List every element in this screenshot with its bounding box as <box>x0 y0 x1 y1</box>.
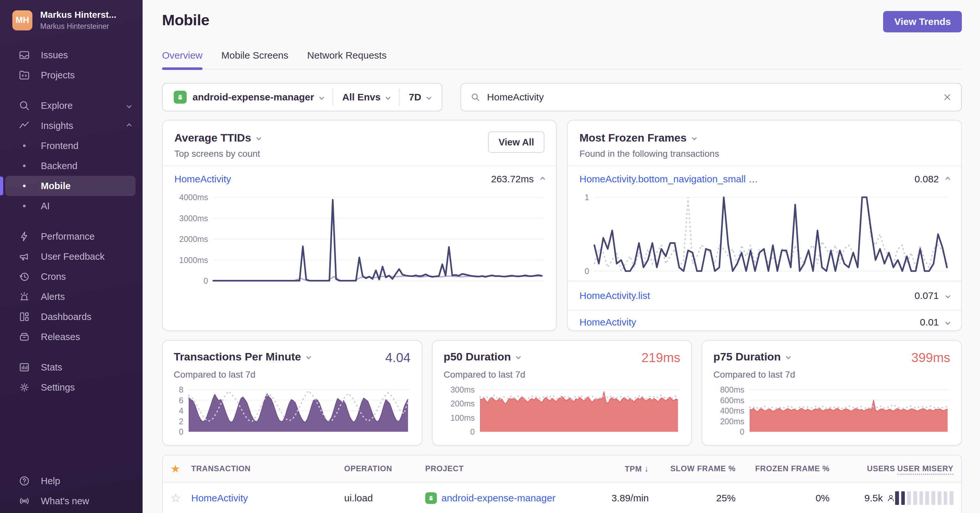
avatar[interactable]: MH <box>12 10 32 30</box>
sidebar-item-backend[interactable]: Backend <box>0 156 143 176</box>
column-header-user-misery[interactable]: USER MISERY <box>895 464 953 473</box>
sidebar-item-frontend[interactable]: Frontend <box>0 136 143 156</box>
sidebar-item-releases[interactable]: Releases <box>0 327 143 347</box>
environment-selector[interactable]: All Envs <box>333 92 399 103</box>
sidebar-item-settings[interactable]: Settings <box>0 377 143 397</box>
main-content: Mobile View Trends Overview Mobile Scree… <box>143 0 980 513</box>
chevron-down-icon[interactable] <box>256 135 261 141</box>
chevron-down-icon <box>319 95 325 100</box>
column-header-project[interactable]: PROJECT <box>425 464 579 473</box>
sidebar-item-label: Mobile <box>41 181 71 191</box>
sidebar-item-explore[interactable]: Explore <box>0 95 143 116</box>
sidebar-item-alerts[interactable]: Alerts <box>0 287 143 307</box>
column-header-tpm[interactable]: TPM ↓ <box>579 464 649 474</box>
sidebar-item-ai[interactable]: AI <box>0 196 143 216</box>
transaction-cell[interactable]: HomeActivity <box>191 492 344 503</box>
svg-text:2000ms: 2000ms <box>179 235 208 243</box>
active-nav-indicator <box>0 176 3 195</box>
screen-value: 263.72ms <box>491 173 534 184</box>
sidebar-item-insights[interactable]: Insights <box>0 116 143 136</box>
tab-label: Overview <box>162 50 202 60</box>
transactions-table: ★ TRANSACTION OPERATION PROJECT TPM ↓ SL… <box>162 455 962 513</box>
screen-link[interactable]: HomeActivity <box>174 173 231 184</box>
svg-text:0: 0 <box>470 427 475 436</box>
column-header-operation[interactable]: OPERATION <box>344 464 425 473</box>
chevron-up-icon <box>127 123 132 128</box>
sidebar-item-help[interactable]: Help <box>0 471 143 491</box>
gear-icon <box>18 381 30 394</box>
column-header-slow-frame[interactable]: SLOW FRAME % <box>649 464 736 473</box>
column-header-transaction[interactable]: TRANSACTION <box>191 464 344 473</box>
card-title: p50 Duration <box>444 350 511 363</box>
chevron-down-icon[interactable] <box>786 354 791 359</box>
misery-bar <box>944 491 948 505</box>
column-label: USER MISERY <box>897 464 953 475</box>
card-title: Most Frozen Frames <box>579 132 687 144</box>
chevron-up-icon[interactable] <box>540 176 546 182</box>
cards-row-2: Transactions Per Minute 4.04 Compared to… <box>162 340 962 446</box>
bullet-icon <box>18 205 30 207</box>
search-input[interactable]: HomeActivity <box>460 83 962 111</box>
average-ttids-card: Average TTIDs Top screens by count View … <box>162 120 557 331</box>
svg-text:0: 0 <box>585 267 589 276</box>
transaction-link[interactable]: HomeActivity.list <box>579 290 650 301</box>
cards-row-1: Average TTIDs Top screens by count View … <box>162 120 962 331</box>
clear-search-icon[interactable] <box>942 92 952 102</box>
column-header-users[interactable]: USERS <box>830 464 895 473</box>
metric-value: 4.04 <box>385 350 410 365</box>
sidebar-item-issues[interactable]: Issues <box>0 45 143 65</box>
view-all-button[interactable]: View All <box>488 132 544 153</box>
transaction-link[interactable]: HomeActivity <box>579 317 636 328</box>
chevron-down-icon[interactable] <box>306 354 312 359</box>
sidebar-item-label: Crons <box>41 272 66 282</box>
svg-text:1: 1 <box>585 193 589 202</box>
metric-value: 219ms <box>641 350 680 365</box>
sidebar-item-crons[interactable]: Crons <box>0 267 143 287</box>
star-outline-icon[interactable]: ☆ <box>170 491 191 505</box>
search-icon <box>470 92 480 102</box>
tab-mobile-screens[interactable]: Mobile Screens <box>221 50 288 69</box>
star-filled-icon[interactable]: ★ <box>170 462 191 475</box>
svg-text:400ms: 400ms <box>720 406 745 415</box>
card-subtitle: Top screens by count <box>174 149 261 159</box>
sidebar-nav: Issues Projects Explore Insights Fronten… <box>0 45 143 397</box>
chevron-down-icon[interactable] <box>692 135 697 141</box>
user-icon <box>887 494 895 502</box>
misery-bar <box>901 491 905 505</box>
column-header-frozen-frame[interactable]: FROZEN FRAME % <box>736 464 830 473</box>
column-label: TPM <box>625 464 642 473</box>
sidebar-item-mobile[interactable]: Mobile <box>5 176 135 196</box>
sidebar-item-user-feedback[interactable]: User Feedback <box>0 246 143 267</box>
svg-text:200ms: 200ms <box>450 399 475 408</box>
sidebar-item-dashboards[interactable]: Dashboards <box>0 307 143 327</box>
date-range-selector[interactable]: 7D <box>399 92 439 103</box>
transaction-link[interactable]: HomeActivity.bottom_navigation_small … <box>579 173 758 184</box>
chevron-down-icon[interactable] <box>945 320 950 325</box>
org-switcher[interactable]: MH Markus Hinterst... Markus Hinterstein… <box>0 0 143 31</box>
issues-icon <box>18 49 30 61</box>
chevron-down-icon[interactable] <box>516 354 521 359</box>
sidebar-footer: Help What's new <box>0 471 143 511</box>
svg-text:4: 4 <box>179 406 183 415</box>
chevron-down-icon[interactable] <box>945 293 950 298</box>
view-trends-button[interactable]: View Trends <box>883 11 962 32</box>
svg-text:2: 2 <box>179 417 183 426</box>
card-title: Transactions Per Minute <box>174 350 301 363</box>
svg-text:6: 6 <box>179 396 183 405</box>
siren-icon <box>18 291 30 303</box>
svg-text:600ms: 600ms <box>720 396 745 405</box>
sidebar-item-whats-new[interactable]: What's new <box>0 491 143 511</box>
sidebar-item-performance[interactable]: Performance <box>0 226 143 246</box>
misery-bar <box>913 491 917 505</box>
tpm-cell: 3.89/min <box>579 492 649 503</box>
tab-overview[interactable]: Overview <box>162 50 202 69</box>
sidebar-item-projects[interactable]: Projects <box>0 65 143 85</box>
sidebar-item-label: Projects <box>41 70 75 81</box>
sidebar-item-stats[interactable]: Stats <box>0 357 143 377</box>
broadcast-icon <box>18 495 30 507</box>
chevron-up-icon[interactable] <box>945 176 950 182</box>
card-header: Most Frozen Frames Found in the followin… <box>568 121 961 165</box>
project-link[interactable]: android-expense-manager <box>441 492 555 503</box>
project-selector[interactable]: android-expense-manager <box>165 91 332 104</box>
tab-network-requests[interactable]: Network Requests <box>307 50 387 69</box>
